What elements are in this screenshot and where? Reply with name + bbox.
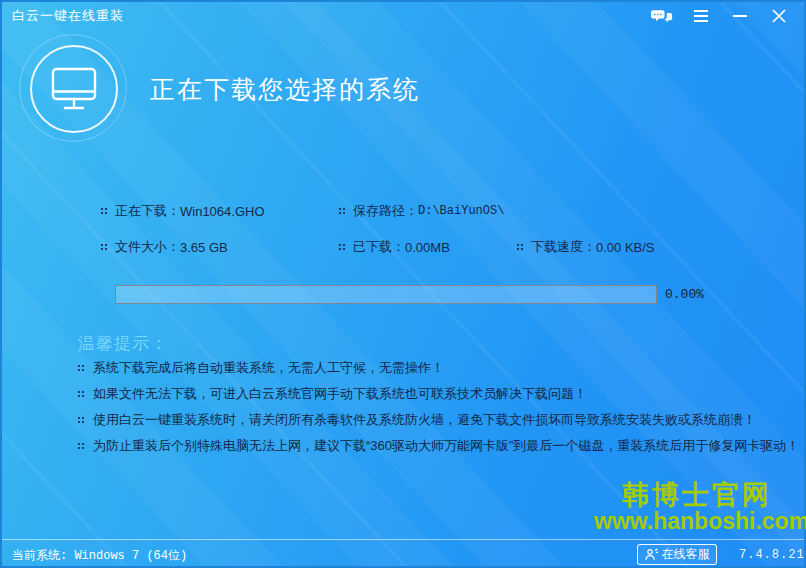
tip-text: 为防止重装后个别特殊电脑无法上网，建议下载“360驱动大师万能网卡版”到最后一个…: [93, 437, 799, 455]
tip-item: 使用白云一键重装系统时，请关闭所有杀毒软件及系统防火墙，避免下载文件损坏而导致系…: [78, 411, 756, 429]
field-value: Win1064.GHO: [180, 204, 265, 219]
field-label: 正在下载：: [115, 202, 180, 220]
tip-item: 为防止重装后个别特殊电脑无法上网，建议下载“360驱动大师万能网卡版”到最后一个…: [78, 437, 799, 455]
field-download-speed: 下载速度：0.00 KB/S: [517, 238, 655, 256]
tip-text: 使用白云一键重装系统时，请关闭所有杀毒软件及系统防火墙，避免下载文件损坏而导致系…: [93, 411, 756, 429]
sparkle-bullet-icon: [101, 208, 107, 214]
tip-item: 系统下载完成后将自动重装系统，无需人工守候，无需操作！: [78, 359, 444, 377]
page-title: 正在下载您选择的系统: [150, 73, 420, 106]
statusbar-separator: [2, 539, 804, 540]
field-label: 已下载：: [353, 238, 405, 256]
field-label: 保存路径：: [353, 202, 418, 220]
watermark-line2: www.hanboshi.com: [594, 509, 800, 533]
close-icon[interactable]: [768, 6, 790, 26]
sparkle-bullet-icon: [101, 244, 107, 250]
online-service-label: 在线客服: [662, 546, 710, 563]
progress-bar: [115, 285, 657, 304]
window-controls: [651, 6, 794, 26]
field-downloading: 正在下载：Win1064.GHO: [101, 202, 265, 220]
tip-text: 如果文件无法下载，可进入白云系统官网手动下载系统也可联系技术员解决下载问题！: [93, 385, 587, 403]
field-file-size: 文件大小：3.65 GB: [101, 238, 228, 256]
field-label: 下载速度：: [531, 238, 596, 256]
field-value: 3.65 GB: [180, 240, 228, 255]
person-chat-icon: [645, 548, 658, 561]
app-window: 白云一键在线重装: [0, 0, 806, 568]
sparkle-bullet-icon: [339, 244, 345, 250]
progress-percent: 0.00%: [665, 287, 704, 302]
sparkle-bullet-icon: [78, 443, 84, 449]
current-system-label: 当前系统: Windows 7 (64位): [12, 547, 187, 564]
field-label: 文件大小：: [115, 238, 180, 256]
field-downloaded: 已下载：0.00MB: [339, 238, 450, 256]
header-icon-circle: [30, 45, 118, 133]
titlebar: 白云一键在线重装: [2, 2, 804, 30]
sparkle-bullet-icon: [78, 417, 84, 423]
tip-item: 如果文件无法下载，可进入白云系统官网手动下载系统也可联系技术员解决下载问题！: [78, 385, 587, 403]
sparkle-bullet-icon: [78, 391, 84, 397]
sparkle-bullet-icon: [339, 208, 345, 214]
field-value: D:\BaiYunOS\: [418, 204, 504, 218]
chat-feedback-icon[interactable]: [651, 6, 673, 26]
field-value: 0.00 KB/S: [596, 240, 655, 255]
watermark: 韩博士官网 www.hanboshi.com: [594, 481, 800, 533]
field-save-path: 保存路径：D:\BaiYunOS\: [339, 202, 504, 220]
sparkle-bullet-icon: [517, 244, 523, 250]
field-value: 0.00MB: [405, 240, 450, 255]
tip-text: 系统下载完成后将自动重装系统，无需人工守候，无需操作！: [93, 359, 444, 377]
menu-icon[interactable]: [690, 6, 712, 26]
version-label: 7.4.8.21: [739, 548, 805, 562]
tips-title: 温馨提示：: [78, 332, 168, 355]
online-service-button[interactable]: 在线客服: [637, 544, 717, 565]
app-title: 白云一键在线重装: [12, 7, 124, 25]
monitor-icon: [50, 66, 98, 112]
watermark-line1: 韩博士官网: [594, 481, 800, 509]
minimize-icon[interactable]: [729, 6, 751, 26]
sparkle-bullet-icon: [78, 365, 84, 371]
